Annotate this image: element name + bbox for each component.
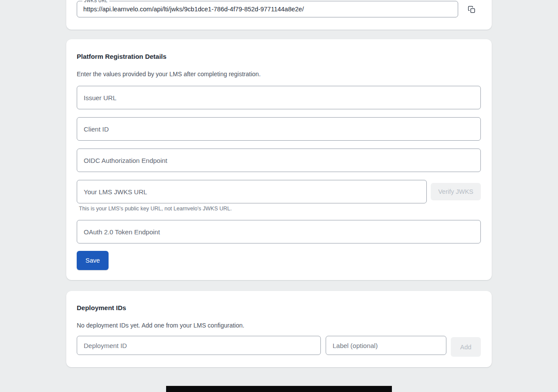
verify-jwks-button[interactable]: Verify JWKS [431,183,481,200]
lms-jwks-url-input[interactable] [77,180,427,203]
oidc-authorization-endpoint-input[interactable] [77,149,481,172]
platform-registration-card: Platform Registration Details Enter the … [66,39,492,280]
add-deployment-button[interactable]: Add [451,337,481,357]
jwks-url-card: JWKS URL [66,0,492,30]
lms-jwks-helper-text: This is your LMS's public key URL, not L… [79,206,232,212]
deployment-ids-empty-text: No deployment IDs yet. Add one from your… [77,322,244,329]
deployment-id-row: Add [77,336,481,356]
lms-jwks-row: Verify JWKS [77,180,481,203]
client-id-input[interactable] [77,117,481,141]
deployment-id-input[interactable] [77,336,321,355]
issuer-url-input[interactable] [77,86,481,109]
platform-registration-subtitle: Enter the values provided by your LMS af… [77,71,261,78]
platform-registration-title: Platform Registration Details [77,53,167,61]
lti-settings-page: JWKS URL Platform Registration Details E… [0,0,558,392]
save-button[interactable]: Save [77,251,109,270]
copy-icon [468,6,476,14]
jwks-url-field: JWKS URL [77,1,458,17]
oauth-token-endpoint-input[interactable] [77,220,481,243]
bottom-bar [166,386,392,392]
jwks-url-input[interactable] [77,1,458,17]
copy-button[interactable] [464,4,479,15]
deployment-ids-title: Deployment IDs [77,304,126,312]
deployment-ids-card: Deployment IDs No deployment IDs yet. Ad… [66,291,492,367]
deployment-label-input[interactable] [326,336,446,355]
